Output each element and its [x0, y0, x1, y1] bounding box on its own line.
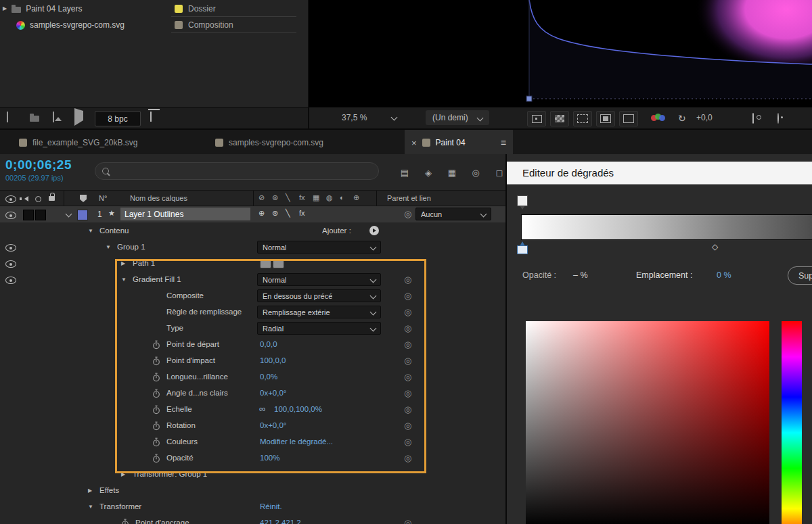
gradient-preview-bar[interactable]: [521, 214, 812, 240]
hide-shy-icon[interactable]: ▦: [443, 165, 461, 180]
path-direction-icon[interactable]: [273, 260, 284, 268]
visibility-eye-icon[interactable]: [5, 277, 16, 284]
pick-whip-icon[interactable]: ◎: [404, 404, 411, 414]
new-folder-icon[interactable]: [30, 114, 39, 124]
delete-icon[interactable]: [150, 112, 152, 121]
exposure-value[interactable]: +0,0: [696, 113, 713, 122]
gradient-fill-1-dropdown[interactable]: Normal: [257, 273, 381, 286]
pick-whip-icon[interactable]: ◎: [404, 291, 411, 301]
opacite-value[interactable]: 100%: [260, 454, 279, 462]
composition-canvas: [309, 0, 812, 107]
snapshot-icon[interactable]: [752, 114, 754, 123]
twirl-right-icon[interactable]: ▶: [121, 261, 125, 266]
regle-de-remplissage-dropdown[interactable]: Remplissage extérie: [257, 306, 381, 318]
delete-stop-button[interactable]: Sup: [788, 266, 812, 285]
draft-3d-icon[interactable]: ◈: [420, 165, 437, 180]
pick-whip-icon[interactable]: ◎: [404, 339, 411, 350]
pick-whip-icon[interactable]: ◎: [404, 275, 411, 285]
twirl-right-icon[interactable]: ▶: [121, 472, 125, 477]
stopwatch-icon[interactable]: [152, 454, 160, 465]
zoom-select[interactable]: 37,5 %: [342, 113, 367, 122]
transparency-grid-icon[interactable]: [550, 111, 569, 126]
region-of-interest-icon[interactable]: [596, 111, 615, 126]
composition-viewer[interactable]: [308, 0, 812, 107]
layer-controls-icon[interactable]: [527, 111, 546, 126]
point-d-impact-value[interactable]: 100,0,0: [260, 356, 286, 364]
render-queue-icon[interactable]: [74, 111, 83, 120]
tab-samples-svg[interactable]: samples-svgrepo-com.svg: [215, 130, 323, 156]
opacity-value[interactable]: – %: [573, 270, 588, 280]
mask-visibility-icon[interactable]: [573, 111, 592, 126]
stopwatch-icon[interactable]: [152, 437, 160, 449]
pick-whip-icon[interactable]: ◎: [404, 453, 411, 463]
longueu-rillance-value[interactable]: 0,0%: [260, 373, 277, 381]
chevron-down-icon: [370, 244, 377, 251]
project-item-name[interactable]: Paint 04 Layers: [26, 4, 82, 14]
twirl-right-icon[interactable]: ▶: [3, 6, 7, 11]
tab-paint-04[interactable]: × Paint 04 ≡: [405, 130, 513, 156]
folder-icon: [12, 7, 21, 13]
stopwatch-icon[interactable]: [152, 421, 160, 433]
tab-file-example[interactable]: file_example_SVG_20kB.svg: [19, 130, 137, 156]
path-direction-icon[interactable]: [260, 260, 271, 268]
stopwatch-icon[interactable]: [152, 389, 160, 400]
group-1-dropdown[interactable]: Normal: [257, 241, 381, 254]
twirl-down-icon[interactable]: ▼: [88, 229, 93, 234]
rotation-value[interactable]: 0x+0,0°: [260, 421, 286, 429]
twirl-down-icon[interactable]: ▼: [106, 245, 111, 250]
couleurs-label: Couleurs: [166, 437, 198, 446]
pick-whip-icon[interactable]: ◎: [404, 323, 411, 333]
add-property-button[interactable]: [369, 226, 379, 235]
location-value[interactable]: 0 %: [717, 270, 731, 280]
opacity-stop-marker[interactable]: [517, 195, 528, 206]
show-snapshot-icon[interactable]: [777, 114, 779, 123]
transformer-value[interactable]: Réinit.: [260, 502, 282, 510]
couleurs-value[interactable]: Modifier le dégradé...: [260, 437, 333, 446]
stopwatch-icon[interactable]: [152, 340, 160, 352]
frame-blending-icon[interactable]: ◎: [467, 165, 484, 180]
pick-whip-icon[interactable]: ◎: [404, 437, 411, 447]
interpret-footage-icon[interactable]: [7, 112, 8, 122]
chevron-down-icon[interactable]: [391, 114, 398, 121]
project-item-folder[interactable]: ▶ Paint 04 Layers: [3, 1, 83, 16]
stopwatch-icon[interactable]: [121, 519, 129, 524]
pick-whip-icon[interactable]: ◎: [404, 518, 411, 524]
twirl-down-icon[interactable]: ▼: [121, 277, 127, 283]
type-dropdown[interactable]: Radial: [257, 322, 381, 335]
resolution-select[interactable]: (Un demi): [426, 110, 489, 125]
stopwatch-icon[interactable]: [152, 356, 160, 368]
visibility-eye-icon[interactable]: [5, 260, 16, 268]
color-depth-button[interactable]: 8 bpc: [95, 111, 141, 126]
type-label: Type: [166, 324, 183, 332]
channels-icon[interactable]: [651, 114, 666, 123]
point-d-ancrage-value[interactable]: 421,2,421,2: [260, 519, 301, 524]
midpoint-diamond-icon[interactable]: ◇: [712, 242, 718, 252]
reset-exposure-icon[interactable]: ↻: [678, 113, 686, 124]
panel-menu-icon[interactable]: ≡: [501, 137, 506, 148]
twirl-down-icon[interactable]: ▼: [88, 504, 93, 510]
mini-flowchart-icon[interactable]: ▤: [396, 165, 413, 180]
pick-whip-icon[interactable]: ◎: [404, 372, 411, 382]
color-picker-field[interactable]: [526, 321, 769, 524]
stopwatch-icon[interactable]: [152, 373, 160, 384]
hue-strip[interactable]: [782, 321, 802, 524]
link-icon[interactable]: ∞: [259, 404, 265, 414]
visibility-eye-icon[interactable]: [5, 244, 16, 252]
pick-whip-icon[interactable]: ◎: [404, 388, 411, 398]
new-composition-icon[interactable]: [53, 112, 54, 122]
pick-whip-icon[interactable]: ◎: [404, 421, 411, 431]
point-de-depart-value[interactable]: 0,0,0: [260, 340, 277, 348]
twirl-right-icon[interactable]: ▶: [88, 488, 92, 494]
opacite-label: Opacité: [166, 454, 194, 462]
project-item-name[interactable]: samples-svgrepo-com.svg: [30, 20, 125, 30]
composite-dropdown[interactable]: En dessous du précé: [257, 289, 381, 302]
pick-whip-icon[interactable]: ◎: [404, 356, 411, 366]
close-icon[interactable]: ×: [411, 138, 417, 148]
echelle-value[interactable]: 100,0,100,0%: [274, 405, 322, 413]
color-stop-marker[interactable]: [517, 245, 528, 254]
angle-d-ns-clairs-value[interactable]: 0x+0,0°: [260, 389, 286, 397]
project-item-composition[interactable]: samples-svgrepo-com.svg: [16, 18, 125, 32]
pixel-aspect-icon[interactable]: [619, 111, 638, 126]
pick-whip-icon[interactable]: ◎: [404, 307, 411, 317]
stopwatch-icon[interactable]: [152, 405, 160, 416]
